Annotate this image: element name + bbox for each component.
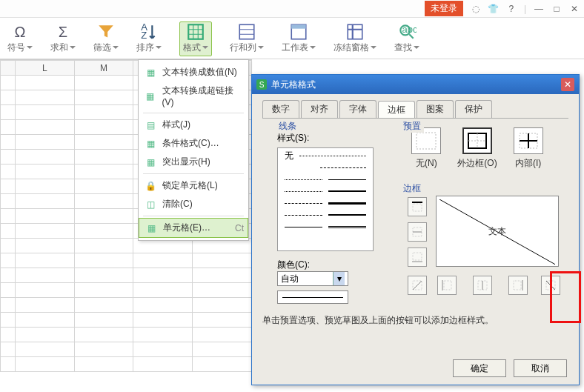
- style-line[interactable]: [285, 215, 322, 216]
- grid-icon: [186, 24, 205, 40]
- menu-cell-format[interactable]: ▦单元格(E)…Ct: [139, 218, 248, 238]
- cancel-button[interactable]: 取消: [514, 359, 567, 377]
- style-line[interactable]: [328, 214, 366, 216]
- find-button[interactable]: abc 查找: [394, 24, 419, 54]
- menu-lock-cell[interactable]: 🔒锁定单元格(L): [139, 176, 248, 195]
- col-header[interactable]: [1, 61, 16, 76]
- border-right-button[interactable]: [508, 276, 528, 295]
- line-style-list[interactable]: 无: [277, 147, 374, 251]
- style-line[interactable]: [320, 167, 366, 168]
- preset-group-label: 预置: [400, 120, 424, 133]
- col-header-l[interactable]: L: [15, 61, 74, 76]
- tab-protect[interactable]: 保护: [455, 100, 492, 118]
- svg-rect-5: [291, 24, 306, 28]
- doc-icon: ▦: [145, 67, 156, 79]
- cell-icon: ▦: [145, 222, 157, 234]
- highlight-icon: ▦: [145, 156, 156, 168]
- dialog-title: 单元格格式: [271, 79, 316, 91]
- tab-border[interactable]: 边框: [378, 101, 415, 119]
- sum-button[interactable]: Σ 求和: [50, 24, 76, 54]
- style-line[interactable]: [285, 203, 322, 204]
- style-line[interactable]: [328, 190, 366, 192]
- border-bottom-button[interactable]: [408, 248, 427, 267]
- tab-number[interactable]: 数字: [262, 100, 299, 118]
- svg-rect-2: [188, 24, 203, 39]
- close-icon[interactable]: ✕: [569, 4, 580, 14]
- dialog-titlebar[interactable]: S 单元格格式 ✕: [252, 75, 579, 94]
- tab-align[interactable]: 对齐: [301, 100, 338, 118]
- menu-separator: [143, 216, 244, 216]
- border-diag-up-button[interactable]: [408, 276, 427, 295]
- svg-rect-13: [413, 204, 422, 211]
- shirt-icon[interactable]: 👕: [488, 4, 499, 14]
- menu-style[interactable]: ▤样式(J): [139, 116, 248, 134]
- color-select[interactable]: 自动 ▾: [277, 271, 348, 286]
- col-header-m[interactable]: M: [74, 61, 133, 76]
- freeze-button[interactable]: 冻结窗格: [334, 24, 376, 54]
- border-hmid-button[interactable]: [408, 222, 427, 242]
- tab-pattern[interactable]: 图案: [417, 100, 454, 118]
- color-label: 颜色(C):: [277, 259, 384, 271]
- svg-rect-17: [444, 281, 451, 290]
- menu-separator: [143, 113, 244, 113]
- annotation-highlight: [550, 271, 581, 323]
- menu-clear[interactable]: ◫清除(C): [139, 195, 248, 213]
- tab-font[interactable]: 字体: [339, 100, 376, 118]
- style-none[interactable]: 无: [285, 150, 293, 162]
- eraser-icon: ◫: [145, 199, 156, 210]
- app-icon: S: [256, 79, 267, 90]
- menu-text-to-value[interactable]: ▦文本转换成数值(N): [139, 63, 248, 82]
- border-vmid-button[interactable]: [473, 276, 492, 295]
- menu-text-to-link[interactable]: ▦文本转换成超链接(V): [139, 82, 248, 110]
- preview-text: 文本: [488, 225, 506, 238]
- cloud-icon[interactable]: ◌: [471, 4, 481, 14]
- style-line[interactable]: [328, 226, 366, 228]
- dialog-tabs: 数字 对齐 字体 边框 图案 保护: [252, 94, 579, 118]
- preset-inner[interactable]: 内部(I): [514, 127, 543, 170]
- symbol-button[interactable]: Ω 符号: [7, 24, 33, 54]
- funnel-icon: [96, 24, 116, 40]
- style-line[interactable]: [285, 227, 322, 227]
- style-line[interactable]: [328, 202, 366, 205]
- style-line[interactable]: [299, 156, 366, 156]
- menu-cond-format[interactable]: ▦条件格式(C)…: [139, 134, 248, 153]
- border-group-label: 边框: [400, 182, 424, 195]
- dialog-close-button[interactable]: ✕: [561, 78, 574, 91]
- menu-highlight[interactable]: ▦突出显示(H): [139, 153, 248, 171]
- link-icon: ▦: [145, 90, 156, 102]
- line-group-label: 线条: [276, 120, 299, 133]
- format-button[interactable]: 格式: [179, 21, 212, 56]
- border-left-button[interactable]: [437, 276, 457, 295]
- rowcol-button[interactable]: 行和列: [230, 24, 264, 54]
- border-preview[interactable]: 文本: [436, 196, 559, 267]
- border-top-button[interactable]: [408, 197, 427, 216]
- ok-button[interactable]: 确定: [453, 359, 506, 377]
- maximize-icon[interactable]: □: [551, 4, 562, 14]
- style-line[interactable]: [285, 191, 322, 192]
- style-label: 样式(S):: [277, 132, 384, 144]
- preset-outer[interactable]: 外边框(O): [457, 127, 497, 170]
- selected-line-preview: [277, 290, 348, 304]
- sigma-icon: Σ: [53, 24, 73, 40]
- sort-button[interactable]: AZ 排序: [136, 24, 162, 54]
- svg-rect-3: [239, 24, 254, 39]
- cell-format-dialog: S 单元格格式 ✕ 数字 对齐 字体 边框 图案 保护 线条 样式(S): 无: [251, 74, 580, 385]
- style-icon: ▤: [145, 119, 156, 131]
- style-line[interactable]: [285, 179, 322, 180]
- preset-none[interactable]: 无(N): [411, 127, 441, 170]
- style-line[interactable]: [328, 179, 366, 180]
- svg-rect-6: [348, 24, 362, 39]
- login-status[interactable]: 未登录: [425, 1, 463, 16]
- sheet-button[interactable]: 工作表: [282, 24, 316, 54]
- menu-shortcut: Ct: [235, 223, 244, 233]
- svg-text:abc: abc: [402, 24, 417, 35]
- svg-rect-9: [417, 133, 436, 149]
- sort-icon: AZ: [139, 24, 159, 40]
- ribbon: Ω 符号 Σ 求和 筛选 AZ 排序 格式 行和列 工作表 冻结窗格 abc 查…: [0, 18, 584, 59]
- menu-separator: [143, 173, 244, 174]
- chevron-down-icon[interactable]: ▾: [333, 272, 345, 285]
- sheet-icon: [289, 24, 308, 40]
- help-icon[interactable]: ?: [506, 4, 517, 14]
- minimize-icon[interactable]: —: [534, 4, 544, 14]
- filter-button[interactable]: 筛选: [93, 24, 119, 54]
